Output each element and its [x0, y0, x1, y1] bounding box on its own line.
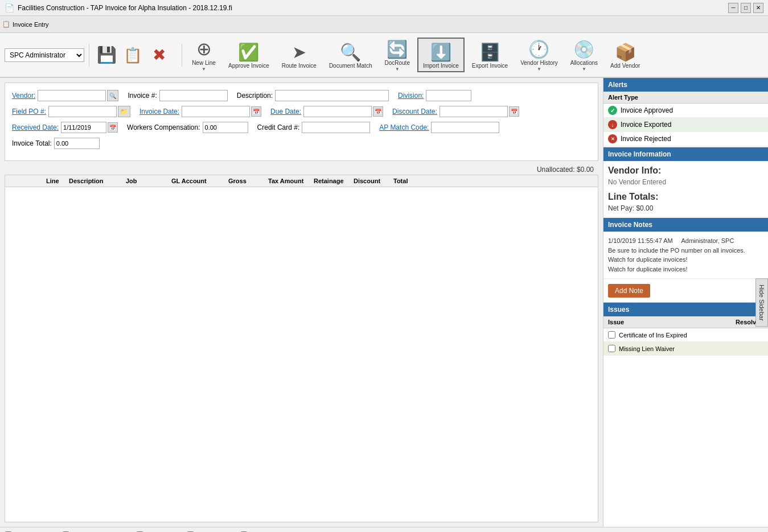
invoice-form: Vendor: 🔍 Invoice #: Description: Divisi…: [5, 83, 598, 161]
field-po-input[interactable]: [48, 106, 117, 117]
issues-col-header: Issue: [608, 319, 624, 325]
approve-invoice-label: Approve Invoice: [228, 63, 269, 69]
vendor-search-button[interactable]: 🔍: [107, 90, 118, 101]
discount-date-input[interactable]: [440, 106, 508, 117]
import-invoice-button[interactable]: ⬇️ Import Invoice: [417, 38, 465, 72]
issue-2-checkbox[interactable]: [608, 345, 615, 352]
route-invoice-label: Route Invoice: [282, 63, 317, 69]
alert-approved-text: Invoice Approved: [621, 106, 673, 114]
alerts-section: Alerts Alert Type ✓ Invoice Approved ↓ I…: [603, 78, 768, 146]
received-date-calendar-button[interactable]: 📅: [108, 122, 118, 133]
workers-comp-group: Workers Compensation:: [127, 122, 248, 133]
due-date-label[interactable]: Due Date:: [270, 108, 301, 116]
document-match-label: Document Match: [329, 63, 372, 69]
field-po-label[interactable]: Field PO #:: [12, 108, 46, 116]
add-note-button[interactable]: Add Note: [608, 284, 650, 298]
received-date-group: Received Date: 📅: [12, 122, 118, 133]
discount-date-label[interactable]: Discount Date:: [392, 108, 437, 116]
export-invoice-icon: 🗄️: [479, 41, 500, 61]
title-bar: 📄 Facilities Construction - TAP Invoice …: [0, 0, 768, 16]
division-label[interactable]: Division:: [398, 92, 424, 100]
approve-invoice-icon: ✅: [238, 41, 259, 61]
due-date-input[interactable]: [303, 106, 372, 117]
col-header-discount: Discount: [351, 178, 391, 184]
alert-row-rejected[interactable]: ✕ Invoice Rejected: [603, 132, 768, 146]
discount-date-calendar-button[interactable]: 📅: [509, 106, 519, 117]
toolbar: SPC Administrator 💾 📋 ✖ ⊕ New Line ▼ ✅ A…: [0, 33, 768, 78]
issue-2-text: Missing Lien Waiver: [619, 345, 763, 352]
invoice-date-input[interactable]: [182, 106, 250, 117]
alert-row-approved[interactable]: ✓ Invoice Approved: [603, 104, 768, 118]
received-date-label[interactable]: Received Date:: [12, 123, 59, 131]
ap-match-label[interactable]: AP Match Code:: [379, 123, 429, 131]
notes-author: Administrator, SPC: [681, 237, 734, 244]
col-header-job: Job: [124, 178, 169, 184]
vendor-label[interactable]: Vendor:: [12, 92, 35, 100]
invoice-date-label[interactable]: Invoice Date:: [139, 108, 179, 116]
alert-row-exported[interactable]: ↓ Invoice Exported: [603, 118, 768, 132]
route-invoice-button[interactable]: ➤ Route Invoice: [277, 38, 322, 72]
no-vendor-text: No Vendor Entered: [608, 178, 763, 186]
document-match-button[interactable]: 🔍 Document Match: [324, 38, 377, 72]
ap-match-input[interactable]: [431, 122, 499, 133]
quick-actions: 💾 📋 ✖: [94, 43, 171, 68]
net-pay-value: $0.00: [636, 204, 653, 212]
received-date-input[interactable]: [61, 122, 106, 133]
description-field-group: Description:: [237, 90, 389, 101]
invoice-info-section: Vendor Info: No Vendor Entered Line Tota…: [603, 161, 768, 217]
new-line-button[interactable]: ⊕ New Line ▼: [187, 35, 221, 75]
add-vendor-label: Add Vendor: [610, 63, 640, 69]
due-date-calendar-button[interactable]: 📅: [373, 106, 383, 117]
issue-1-checkbox[interactable]: [608, 331, 615, 339]
col-header-total: Total: [391, 178, 437, 184]
docroute-icon: 🔄: [387, 38, 408, 59]
delete-icon: ✖: [153, 47, 166, 63]
alerts-table: Alert Type: [603, 92, 768, 104]
invoice-num-input[interactable]: [159, 90, 228, 101]
delete-button[interactable]: ✖: [146, 43, 171, 68]
left-panel: Vendor: 🔍 Invoice #: Description: Divisi…: [0, 78, 603, 527]
user-dropdown[interactable]: SPC Administrator: [5, 48, 84, 62]
export-invoice-label: Export Invoice: [472, 63, 508, 69]
vendor-input[interactable]: [38, 90, 106, 101]
maximize-button[interactable]: □: [741, 3, 751, 13]
workers-comp-input[interactable]: [203, 122, 248, 133]
ap-match-group: AP Match Code:: [379, 122, 499, 133]
export-invoice-button[interactable]: 🗄️ Export Invoice: [467, 38, 513, 72]
allocations-label: Allocations: [570, 60, 598, 66]
docroute-label: DocRoute: [384, 60, 409, 66]
description-input[interactable]: [275, 90, 389, 101]
allocations-arrow: ▼: [582, 67, 586, 72]
docroute-button[interactable]: 🔄 DocRoute ▼: [379, 35, 414, 75]
toolbar-separator-2: [182, 44, 182, 67]
invoice-total-input[interactable]: [54, 138, 100, 149]
save-button[interactable]: 💾: [94, 43, 119, 68]
division-field-group: Division:: [398, 90, 471, 101]
close-button[interactable]: ✕: [753, 3, 763, 13]
invoice-date-calendar-button[interactable]: 📅: [251, 106, 261, 117]
form-row-2: Field PO #: 📁 Invoice Date: 📅 Due Date: …: [12, 106, 591, 117]
window-icon: 📋: [2, 20, 10, 28]
invoice-num-label: Invoice #:: [128, 92, 157, 100]
credit-card-input[interactable]: [302, 122, 370, 133]
hide-sidebar-button[interactable]: Hide Sidebar: [755, 278, 768, 327]
approve-invoice-button[interactable]: ✅ Approve Invoice: [223, 38, 274, 72]
col-header-line: Line: [44, 178, 67, 184]
division-input[interactable]: [426, 90, 471, 101]
form-row-1: Vendor: 🔍 Invoice #: Description: Divisi…: [12, 90, 591, 101]
copy-button[interactable]: 📋: [120, 43, 145, 68]
minimize-button[interactable]: ─: [728, 3, 738, 13]
add-vendor-button[interactable]: 📦 Add Vendor: [605, 38, 645, 72]
main-container: Vendor: 🔍 Invoice #: Description: Divisi…: [0, 78, 768, 527]
unallocated-label: Unallocated:: [537, 166, 575, 174]
allocations-button[interactable]: 💿 Allocations ▼: [565, 35, 603, 75]
field-po-folder-button[interactable]: 📁: [118, 106, 130, 117]
document-match-icon: 🔍: [340, 41, 361, 61]
add-note-container: Add Note: [603, 279, 768, 303]
col-header-glaccount: GL Account: [169, 178, 226, 184]
alert-exported-icon: ↓: [608, 120, 617, 129]
alert-approved-icon: ✓: [608, 106, 617, 115]
vendor-history-button[interactable]: 🕐 Vendor History ▼: [515, 35, 563, 75]
net-pay-text: Net Pay: $0.00: [608, 204, 763, 212]
alert-type-header: Alert Type: [603, 92, 768, 104]
